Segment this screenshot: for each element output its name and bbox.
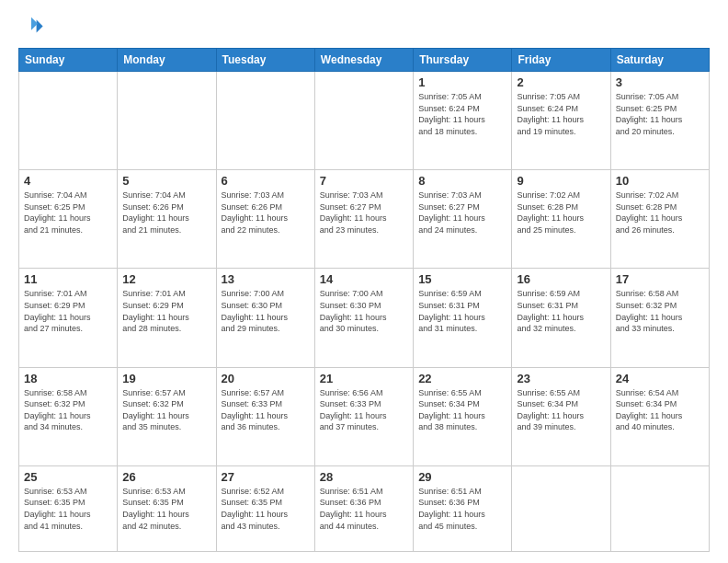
day-info: Sunrise: 7:03 AM Sunset: 6:26 PM Dayligh… <box>222 190 310 236</box>
calendar-cell <box>512 465 610 551</box>
day-info: Sunrise: 6:59 AM Sunset: 6:31 PM Dayligh… <box>418 288 506 334</box>
day-number: 22 <box>418 372 506 385</box>
day-info: Sunrise: 7:01 AM Sunset: 6:29 PM Dayligh… <box>122 288 210 334</box>
calendar-cell: 22Sunrise: 6:55 AM Sunset: 6:34 PM Dayli… <box>414 367 512 465</box>
logo-icon <box>18 15 44 40</box>
day-info: Sunrise: 7:05 AM Sunset: 6:25 PM Dayligh… <box>616 91 704 137</box>
day-info: Sunrise: 7:00 AM Sunset: 6:30 PM Dayligh… <box>320 288 408 334</box>
calendar-cell: 25Sunrise: 6:53 AM Sunset: 6:35 PM Dayli… <box>19 465 118 551</box>
calendar-cell: 27Sunrise: 6:52 AM Sunset: 6:35 PM Dayli… <box>216 465 314 551</box>
day-number: 25 <box>24 470 112 484</box>
weekday-header-sunday: Sunday <box>19 49 118 72</box>
calendar-cell: 9Sunrise: 7:02 AM Sunset: 6:28 PM Daylig… <box>512 170 610 269</box>
day-number: 21 <box>320 372 408 385</box>
calendar-cell <box>314 72 413 170</box>
calendar-cell: 10Sunrise: 7:02 AM Sunset: 6:28 PM Dayli… <box>610 170 709 269</box>
day-info: Sunrise: 6:51 AM Sunset: 6:36 PM Dayligh… <box>418 486 506 532</box>
week-row-3: 11Sunrise: 7:01 AM Sunset: 6:29 PM Dayli… <box>19 269 710 367</box>
day-number: 29 <box>418 470 506 484</box>
day-number: 13 <box>222 272 310 286</box>
calendar-body: 1Sunrise: 7:05 AM Sunset: 6:24 PM Daylig… <box>19 72 710 552</box>
calendar-cell: 12Sunrise: 7:01 AM Sunset: 6:29 PM Dayli… <box>118 269 216 367</box>
day-info: Sunrise: 7:00 AM Sunset: 6:30 PM Dayligh… <box>222 288 310 334</box>
day-info: Sunrise: 6:56 AM Sunset: 6:33 PM Dayligh… <box>320 387 408 433</box>
day-info: Sunrise: 7:05 AM Sunset: 6:24 PM Dayligh… <box>418 91 506 137</box>
calendar-cell <box>610 465 709 551</box>
day-number: 5 <box>122 174 210 188</box>
day-info: Sunrise: 7:03 AM Sunset: 6:27 PM Dayligh… <box>320 190 408 236</box>
week-row-2: 4Sunrise: 7:04 AM Sunset: 6:25 PM Daylig… <box>19 170 710 269</box>
calendar-cell: 14Sunrise: 7:00 AM Sunset: 6:30 PM Dayli… <box>314 269 413 367</box>
calendar-cell: 11Sunrise: 7:01 AM Sunset: 6:29 PM Dayli… <box>19 269 118 367</box>
calendar-cell: 23Sunrise: 6:55 AM Sunset: 6:34 PM Dayli… <box>512 367 610 465</box>
weekday-header-friday: Friday <box>512 49 610 72</box>
weekday-header-tuesday: Tuesday <box>216 49 314 72</box>
week-row-1: 1Sunrise: 7:05 AM Sunset: 6:24 PM Daylig… <box>19 72 710 170</box>
calendar-cell: 2Sunrise: 7:05 AM Sunset: 6:24 PM Daylig… <box>512 72 610 170</box>
day-info: Sunrise: 6:58 AM Sunset: 6:32 PM Dayligh… <box>24 387 112 433</box>
day-number: 20 <box>222 372 310 385</box>
day-info: Sunrise: 7:02 AM Sunset: 6:28 PM Dayligh… <box>517 190 605 236</box>
day-info: Sunrise: 7:04 AM Sunset: 6:26 PM Dayligh… <box>122 190 210 236</box>
day-info: Sunrise: 6:55 AM Sunset: 6:34 PM Dayligh… <box>418 387 506 433</box>
calendar-cell: 20Sunrise: 6:57 AM Sunset: 6:33 PM Dayli… <box>216 367 314 465</box>
day-number: 6 <box>222 174 310 188</box>
day-number: 1 <box>418 75 506 89</box>
calendar-header: SundayMondayTuesdayWednesdayThursdayFrid… <box>19 49 710 72</box>
day-number: 3 <box>616 75 704 89</box>
header <box>18 15 710 40</box>
calendar-cell: 8Sunrise: 7:03 AM Sunset: 6:27 PM Daylig… <box>414 170 512 269</box>
calendar-cell: 28Sunrise: 6:51 AM Sunset: 6:36 PM Dayli… <box>314 465 413 551</box>
day-number: 23 <box>517 372 605 385</box>
week-row-5: 25Sunrise: 6:53 AM Sunset: 6:35 PM Dayli… <box>19 465 710 551</box>
day-info: Sunrise: 6:54 AM Sunset: 6:34 PM Dayligh… <box>616 387 704 433</box>
day-number: 4 <box>24 174 112 188</box>
calendar-cell: 3Sunrise: 7:05 AM Sunset: 6:25 PM Daylig… <box>610 72 709 170</box>
day-info: Sunrise: 6:57 AM Sunset: 6:33 PM Dayligh… <box>222 387 310 433</box>
svg-marker-0 <box>37 20 43 33</box>
day-info: Sunrise: 7:02 AM Sunset: 6:28 PM Dayligh… <box>616 190 704 236</box>
day-number: 27 <box>222 470 310 484</box>
calendar-cell: 18Sunrise: 6:58 AM Sunset: 6:32 PM Dayli… <box>19 367 118 465</box>
weekday-header-thursday: Thursday <box>414 49 512 72</box>
day-number: 15 <box>418 272 506 286</box>
calendar-cell: 4Sunrise: 7:04 AM Sunset: 6:25 PM Daylig… <box>19 170 118 269</box>
calendar-cell: 5Sunrise: 7:04 AM Sunset: 6:26 PM Daylig… <box>118 170 216 269</box>
calendar-cell: 15Sunrise: 6:59 AM Sunset: 6:31 PM Dayli… <box>414 269 512 367</box>
day-number: 12 <box>122 272 210 286</box>
day-number: 7 <box>320 174 408 188</box>
day-number: 19 <box>122 372 210 385</box>
calendar-cell: 17Sunrise: 6:58 AM Sunset: 6:32 PM Dayli… <box>610 269 709 367</box>
calendar-cell: 1Sunrise: 7:05 AM Sunset: 6:24 PM Daylig… <box>414 72 512 170</box>
calendar-cell <box>118 72 216 170</box>
day-number: 28 <box>320 470 408 484</box>
day-number: 26 <box>122 470 210 484</box>
day-info: Sunrise: 6:58 AM Sunset: 6:32 PM Dayligh… <box>616 288 704 334</box>
weekday-header-wednesday: Wednesday <box>314 49 413 72</box>
day-info: Sunrise: 6:55 AM Sunset: 6:34 PM Dayligh… <box>517 387 605 433</box>
calendar-cell: 29Sunrise: 6:51 AM Sunset: 6:36 PM Dayli… <box>414 465 512 551</box>
calendar-cell: 7Sunrise: 7:03 AM Sunset: 6:27 PM Daylig… <box>314 170 413 269</box>
calendar-cell <box>19 72 118 170</box>
day-info: Sunrise: 7:05 AM Sunset: 6:24 PM Dayligh… <box>517 91 605 137</box>
logo <box>18 15 48 40</box>
day-number: 14 <box>320 272 408 286</box>
day-number: 17 <box>616 272 704 286</box>
calendar-cell <box>216 72 314 170</box>
weekday-header-saturday: Saturday <box>610 49 709 72</box>
calendar-cell: 21Sunrise: 6:56 AM Sunset: 6:33 PM Dayli… <box>314 367 413 465</box>
day-number: 10 <box>616 174 704 188</box>
calendar-cell: 13Sunrise: 7:00 AM Sunset: 6:30 PM Dayli… <box>216 269 314 367</box>
day-info: Sunrise: 7:03 AM Sunset: 6:27 PM Dayligh… <box>418 190 506 236</box>
day-number: 11 <box>24 272 112 286</box>
day-number: 8 <box>418 174 506 188</box>
week-row-4: 18Sunrise: 6:58 AM Sunset: 6:32 PM Dayli… <box>19 367 710 465</box>
calendar-cell: 19Sunrise: 6:57 AM Sunset: 6:32 PM Dayli… <box>118 367 216 465</box>
day-info: Sunrise: 6:53 AM Sunset: 6:35 PM Dayligh… <box>122 486 210 532</box>
weekday-header-monday: Monday <box>118 49 216 72</box>
day-number: 18 <box>24 372 112 385</box>
day-number: 2 <box>517 75 605 89</box>
day-info: Sunrise: 6:51 AM Sunset: 6:36 PM Dayligh… <box>320 486 408 532</box>
day-info: Sunrise: 6:53 AM Sunset: 6:35 PM Dayligh… <box>24 486 112 532</box>
weekday-header-row: SundayMondayTuesdayWednesdayThursdayFrid… <box>19 49 710 72</box>
